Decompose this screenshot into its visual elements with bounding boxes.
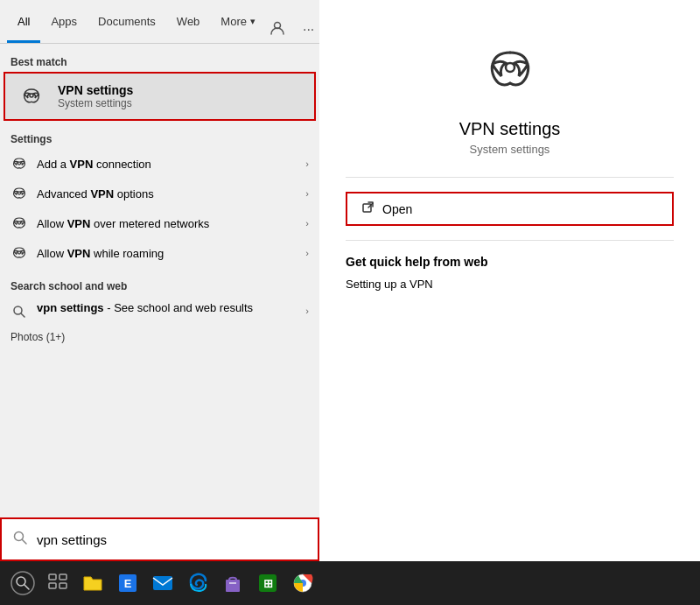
taskbar-search-icon[interactable] [7, 567, 38, 599]
open-button-label: Open [382, 202, 412, 216]
settings-item-add-vpn[interactable]: Add a VPN connection › [0, 149, 319, 179]
vpn-icon-3 [10, 215, 28, 232]
taskbar-browser-icon[interactable]: E [112, 567, 144, 599]
vpn-panel-title: VPN settings [459, 119, 561, 139]
svg-rect-19 [60, 583, 66, 588]
school-search-item[interactable]: vpn settings - See school and web result… [0, 296, 319, 326]
tabs-actions: ··· [266, 17, 318, 43]
search-box-area [0, 517, 319, 561]
svg-point-3 [18, 192, 21, 194]
svg-point-13 [11, 572, 34, 594]
chevron-icon-1: › [305, 158, 309, 169]
open-button[interactable]: Open [346, 192, 674, 226]
svg-point-5 [18, 251, 21, 254]
open-button-icon [361, 200, 375, 217]
tab-web[interactable]: Web [166, 0, 211, 43]
svg-line-7 [21, 313, 24, 317]
svg-rect-23 [226, 580, 240, 592]
best-match-item[interactable]: VPN settings System settings [4, 72, 316, 121]
tab-documents[interactable]: Documents [88, 0, 166, 43]
svg-text:E: E [124, 577, 132, 590]
tab-apps[interactable]: Apps [40, 0, 88, 43]
svg-line-15 [24, 585, 29, 589]
svg-text:⊞: ⊞ [263, 577, 273, 590]
divider-1 [346, 177, 674, 178]
tab-all[interactable]: All [7, 0, 40, 43]
vpn-icon-4 [10, 244, 28, 262]
best-match-text: VPN settings System settings [58, 83, 133, 109]
taskbar-chrome-icon[interactable] [287, 567, 318, 599]
tabs-bar: All Apps Documents Web More ··· [0, 0, 319, 44]
svg-rect-16 [49, 574, 56, 580]
svg-point-4 [18, 222, 21, 224]
vpn-icon-1 [10, 155, 28, 172]
search-panel: All Apps Documents Web More ··· Best mat… [0, 0, 319, 561]
svg-rect-17 [60, 574, 66, 580]
chevron-icon-3: › [305, 218, 309, 229]
account-icon[interactable] [266, 17, 289, 43]
tab-more[interactable]: More [210, 0, 266, 43]
vpn-icon-2 [10, 185, 28, 202]
best-match-label: Best match [0, 51, 319, 72]
vpn-panel-subtitle: System settings [470, 143, 550, 156]
taskbar-explorer-icon[interactable] [77, 567, 108, 599]
settings-item-4-text: Allow VPN while roaming [37, 247, 297, 260]
results-content: Best match VPN settings System settings … [0, 44, 319, 561]
svg-point-2 [18, 162, 21, 165]
school-label: Search school and web [0, 275, 319, 296]
right-panel: VPN settings System settings Open Get qu… [319, 0, 700, 561]
vpn-large-icon [475, 35, 545, 105]
taskbar-games-icon[interactable]: ⊞ [252, 567, 284, 599]
taskbar-taskview-icon[interactable] [42, 567, 74, 599]
photos-label: Photos (1+) [0, 326, 319, 347]
taskbar: E ⊞ [0, 561, 700, 605]
quick-help-title: Get quick help from web [346, 255, 488, 269]
chevron-icon-4: › [305, 248, 309, 258]
search-input[interactable] [37, 532, 307, 547]
settings-label: Settings [0, 128, 319, 149]
school-item-content: vpn settings - See school and web result… [37, 301, 297, 314]
quick-help-link[interactable]: Setting up a VPN [346, 278, 433, 291]
settings-item-3-text: Allow VPN over metered networks [37, 217, 297, 230]
divider-2 [346, 240, 674, 241]
chevron-icon-2: › [305, 188, 309, 199]
taskbar-edge-icon[interactable] [182, 567, 214, 599]
svg-rect-18 [49, 583, 56, 588]
taskbar-mail-icon[interactable] [147, 567, 178, 599]
svg-point-10 [506, 63, 514, 72]
best-match-subtitle: System settings [58, 97, 133, 109]
search-web-icon [10, 303, 28, 320]
svg-rect-22 [153, 576, 172, 590]
settings-item-vpn-metered[interactable]: Allow VPN over metered networks › [0, 208, 319, 238]
settings-item-2-text: Advanced VPN options [37, 187, 297, 200]
svg-line-9 [23, 540, 27, 545]
settings-item-vpn-roaming[interactable]: Allow VPN while roaming › [0, 238, 319, 268]
settings-item-advanced-vpn[interactable]: Advanced VPN options › [0, 179, 319, 208]
search-box-icon [12, 530, 28, 549]
school-chevron-icon: › [305, 306, 309, 316]
vpn-settings-icon [16, 81, 47, 112]
svg-point-1 [30, 94, 33, 97]
taskbar-store-icon[interactable] [217, 567, 248, 599]
school-item-title: vpn settings - See school and web result… [37, 301, 297, 314]
best-match-title: VPN settings [58, 83, 133, 97]
more-options-icon[interactable]: ··· [299, 18, 318, 41]
settings-item-1-text: Add a VPN connection [37, 158, 297, 171]
